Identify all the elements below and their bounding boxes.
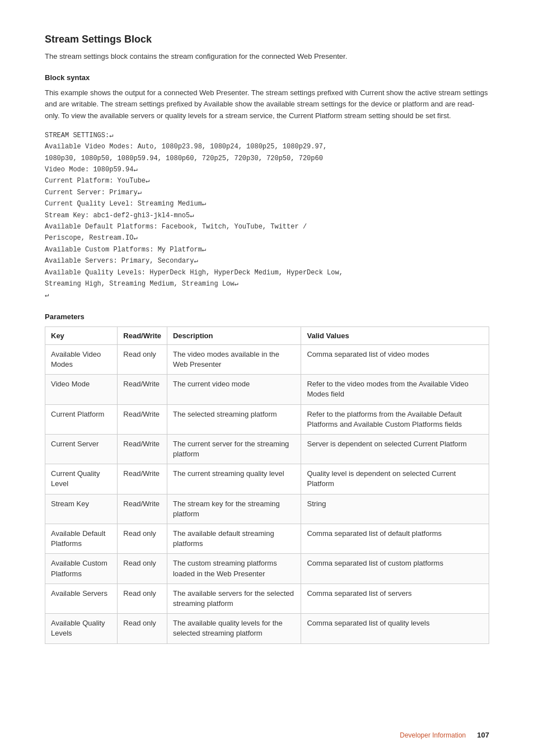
- page-number: 107: [477, 731, 489, 739]
- table-cell: The custom streaming platforms loaded in…: [167, 554, 301, 584]
- table-cell: Comma separated list of video modes: [301, 344, 489, 374]
- block-description: This example shows the output for a conn…: [45, 87, 489, 122]
- table-cell: The available servers for the selected s…: [167, 584, 301, 613]
- table-cell: Read/Write: [118, 464, 167, 494]
- table-cell: Available Default Platforms: [45, 524, 118, 554]
- intro-text: The stream settings block contains the s…: [45, 51, 489, 62]
- table-cell: Current Platform: [45, 404, 118, 434]
- table-cell: Available Video Modes: [45, 344, 118, 374]
- table-header: Key: [45, 326, 118, 344]
- table-cell: Read/Write: [118, 434, 167, 464]
- parameters-table: KeyRead/WriteDescriptionValid Values Ava…: [45, 326, 489, 644]
- parameters-heading: Parameters: [45, 312, 489, 321]
- table-cell: The available quality levels for the sel…: [167, 614, 301, 643]
- table-cell: The video modes available in the Web Pre…: [167, 344, 301, 374]
- table-cell: Read/Write: [118, 494, 167, 524]
- table-cell: Read only: [118, 344, 167, 374]
- table-row: Video ModeRead/WriteThe current video mo…: [45, 375, 489, 404]
- table-row: Available ServersRead onlyThe available …: [45, 584, 489, 613]
- table-cell: Read/Write: [118, 375, 167, 404]
- table-row: Stream KeyRead/WriteThe stream key for t…: [45, 494, 489, 524]
- table-cell: Refer to the platforms from the Availabl…: [301, 404, 489, 434]
- table-cell: String: [301, 494, 489, 524]
- table-row: Current Quality LevelRead/WriteThe curre…: [45, 464, 489, 494]
- block-syntax-heading: Block syntax: [45, 73, 489, 82]
- table-row: Available Custom PlatformsRead onlyThe c…: [45, 554, 489, 584]
- table-row: Available Video ModesRead onlyThe video …: [45, 344, 489, 374]
- table-cell: Read only: [118, 554, 167, 584]
- footer: Developer Information 107: [400, 731, 489, 739]
- table-cell: Read/Write: [118, 404, 167, 434]
- developer-information-link[interactable]: Developer Information: [400, 731, 466, 739]
- table-cell: Video Mode: [45, 375, 118, 404]
- table-cell: Comma separated list of custom platforms: [301, 554, 489, 584]
- table-row: Available Default PlatformsRead onlyThe …: [45, 524, 489, 554]
- table-cell: Stream Key: [45, 494, 118, 524]
- page-content: Stream Settings Block The stream setting…: [0, 0, 534, 689]
- table-row: Current ServerRead/WriteThe current serv…: [45, 434, 489, 464]
- table-cell: Current Server: [45, 434, 118, 464]
- table-cell: Quality level is dependent on selected C…: [301, 464, 489, 494]
- table-cell: Available Quality Levels: [45, 614, 118, 643]
- table-cell: Read only: [118, 524, 167, 554]
- table-cell: Comma separated list of servers: [301, 584, 489, 613]
- table-header: Read/Write: [118, 326, 167, 344]
- table-cell: Refer to the video modes from the Availa…: [301, 375, 489, 404]
- table-cell: Comma separated list of default platform…: [301, 524, 489, 554]
- table-cell: The selected streaming platform: [167, 404, 301, 434]
- table-cell: Server is dependent on selected Current …: [301, 434, 489, 464]
- table-cell: Available Servers: [45, 584, 118, 613]
- page-title: Stream Settings Block: [45, 34, 489, 45]
- table-cell: Comma separated list of quality levels: [301, 614, 489, 643]
- code-block: STREAM SETTINGS:↵ Available Video Modes:…: [45, 130, 489, 301]
- table-cell: Read only: [118, 584, 167, 613]
- table-cell: The current streaming quality level: [167, 464, 301, 494]
- table-cell: The available default streaming platform…: [167, 524, 301, 554]
- table-cell: Read only: [118, 614, 167, 643]
- table-cell: The current server for the streaming pla…: [167, 434, 301, 464]
- table-header: Description: [167, 326, 301, 344]
- table-cell: The current video mode: [167, 375, 301, 404]
- table-cell: Current Quality Level: [45, 464, 118, 494]
- table-row: Available Quality LevelsRead onlyThe ava…: [45, 614, 489, 643]
- table-cell: Available Custom Platforms: [45, 554, 118, 584]
- table-header: Valid Values: [301, 326, 489, 344]
- table-cell: The stream key for the streaming platfor…: [167, 494, 301, 524]
- table-row: Current PlatformRead/WriteThe selected s…: [45, 404, 489, 434]
